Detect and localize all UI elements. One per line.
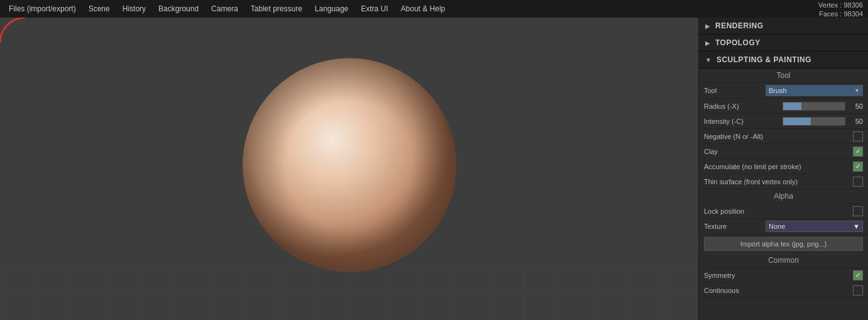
tool-label: Tool (704, 87, 766, 94)
thin-surface-checkbox[interactable] (853, 177, 863, 187)
intensity-label: Intensity (-C) (704, 118, 783, 125)
intensity-value: 50 (848, 118, 863, 125)
red-arc-icon (0, 18, 31, 49)
texture-dropdown[interactable]: None ▼ (766, 221, 863, 232)
tool-subsection-title: Tool (699, 69, 868, 83)
faces-count: Faces : 98304 (818, 9, 863, 18)
import-alpha-button[interactable]: Import alpha tex (jpg, png...) (704, 237, 863, 251)
intensity-row: Intensity (-C) 50 (699, 114, 868, 129)
intensity-slider-fill (783, 118, 811, 125)
texture-row: Texture None ▼ (699, 219, 868, 234)
continuous-label: Continuous (704, 287, 853, 294)
right-panel: ▶ RENDERING ▶ TOPOLOGY ▼ SCULPTING & PAI… (698, 18, 868, 320)
rendering-arrow-icon: ▶ (705, 23, 710, 30)
topology-section-header[interactable]: ▶ TOPOLOGY (699, 35, 868, 52)
clay-checkbox[interactable] (853, 146, 863, 157)
rendering-title: RENDERING (715, 21, 764, 30)
radius-slider[interactable] (783, 102, 845, 111)
accumulate-checkbox[interactable] (853, 162, 863, 172)
clay-control (853, 146, 863, 157)
intensity-slider[interactable] (783, 117, 845, 126)
scene-menu[interactable]: Scene (82, 2, 116, 16)
topology-arrow-icon: ▶ (705, 40, 710, 47)
sculpting-arrow-icon: ▼ (705, 57, 711, 63)
radius-label: Radius (-X) (704, 102, 783, 110)
tool-dropdown[interactable]: Brush ▼ (766, 85, 863, 96)
vertex-info: Vertex : 98306 Faces : 98304 (818, 0, 863, 18)
lock-position-label: Lock position (704, 207, 853, 215)
negative-checkbox[interactable] (853, 131, 863, 141)
grid-floor (0, 270, 698, 320)
clay-label: Clay (704, 148, 853, 155)
clay-row: Clay (699, 144, 868, 159)
extra-ui-menu[interactable]: Extra UI (354, 2, 394, 16)
accumulate-control (853, 162, 863, 172)
texture-dropdown-value: None (769, 223, 785, 230)
accumulate-label: Accumulate (no limit per stroke) (704, 163, 853, 170)
rendering-section-header[interactable]: ▶ RENDERING (699, 18, 868, 35)
sculpting-title: SCULPTING & PAINTING (717, 55, 811, 64)
symmetry-label: Symmetry (704, 272, 853, 279)
radius-control: 50 (783, 102, 863, 111)
lock-position-control (853, 206, 863, 216)
accumulate-row: Accumulate (no limit per stroke) (699, 159, 868, 174)
symmetry-row: Symmetry (699, 268, 868, 283)
background-menu[interactable]: Background (152, 2, 205, 16)
thin-surface-control (853, 177, 863, 187)
tool-dropdown-arrow-icon: ▼ (854, 87, 860, 94)
camera-menu[interactable]: Camera (205, 2, 244, 16)
files-menu[interactable]: Files (import/export) (3, 2, 82, 16)
menu-bar: Files (import/export) Scene History Back… (0, 0, 868, 18)
svg-rect-2 (0, 270, 698, 320)
svg-point-1 (243, 58, 456, 272)
sculpting-section-header[interactable]: ▼ SCULPTING & PAINTING (699, 52, 868, 69)
vertex-count: Vertex : 98306 (818, 1, 863, 9)
radius-slider-fill (783, 102, 801, 110)
tool-dropdown-value: Brush (769, 87, 787, 94)
thin-surface-row: Thin surface (front vertex only) (699, 174, 868, 189)
thin-surface-label: Thin surface (front vertex only) (704, 178, 853, 185)
tool-row: Tool Brush ▼ (699, 83, 868, 99)
symmetry-checkbox[interactable] (853, 270, 863, 280)
symmetry-control (853, 270, 863, 280)
continuous-control (853, 285, 863, 295)
alpha-subsection-title: Alpha (699, 189, 868, 204)
import-button-row: Import alpha tex (jpg, png...) (699, 234, 868, 253)
radius-value: 50 (848, 102, 863, 110)
texture-label: Texture (704, 223, 766, 230)
topology-title: TOPOLOGY (715, 38, 761, 47)
continuous-row: Continuous (699, 283, 868, 298)
common-subsection-title: Common (699, 253, 868, 268)
history-menu[interactable]: History (116, 2, 152, 16)
continuous-checkbox[interactable] (853, 285, 863, 295)
lock-position-checkbox[interactable] (853, 206, 863, 216)
negative-label: Negative (N or -Alt) (704, 133, 853, 140)
viewport[interactable] (0, 18, 698, 320)
intensity-control: 50 (783, 117, 863, 126)
texture-control: None ▼ (766, 221, 863, 232)
about-help-menu[interactable]: About & Help (395, 2, 452, 16)
negative-row: Negative (N or -Alt) (699, 129, 868, 144)
tool-control: Brush ▼ (766, 85, 863, 96)
tablet-pressure-menu[interactable]: Tablet pressure (244, 2, 309, 16)
lock-position-row: Lock position (699, 204, 868, 219)
sphere (230, 48, 469, 289)
negative-control (853, 131, 863, 141)
main-area: ▶ RENDERING ▶ TOPOLOGY ▼ SCULPTING & PAI… (0, 18, 868, 320)
language-menu[interactable]: Language (309, 2, 354, 16)
texture-dropdown-arrow-icon: ▼ (853, 223, 860, 230)
radius-row: Radius (-X) 50 (699, 99, 868, 114)
